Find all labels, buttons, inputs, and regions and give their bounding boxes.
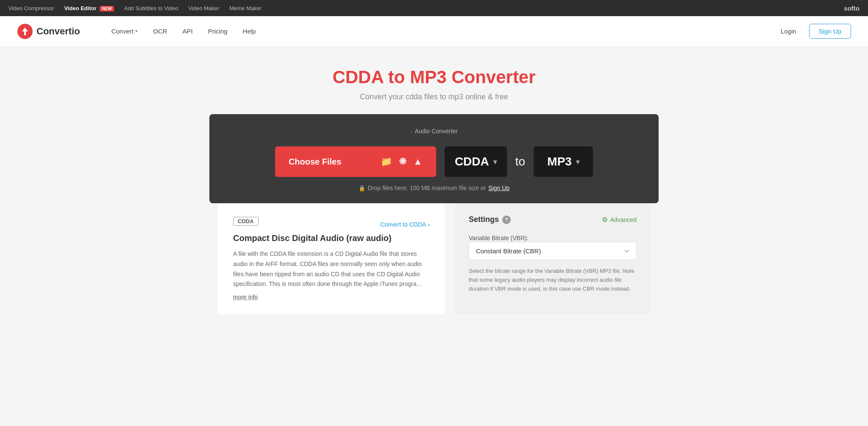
drop-hint: 🔒 Drop files here. 100 MB maximum file s… xyxy=(226,185,642,191)
settings-help-button[interactable]: ? xyxy=(502,216,511,224)
dropbox-icon: ❋ xyxy=(399,156,406,167)
logo-icon xyxy=(17,23,33,39)
header: Convertio Convert ▾ OCR API Pricing Help… xyxy=(0,16,868,47)
vbr-label: Variable Bitrate (VBR): xyxy=(469,235,529,241)
advanced-button[interactable]: ⚙ Advanced xyxy=(602,216,637,224)
convert-to-cdda-link[interactable]: Convert to CDDA › xyxy=(380,221,430,228)
vbr-select[interactable]: Constant Bitrate (CBR)Variable Bitrate (… xyxy=(469,242,637,260)
info-description: A file with the CDDA file extension is a… xyxy=(233,249,430,289)
topbar: Video Compressor Video Editor NEW Add Su… xyxy=(0,0,868,16)
more-info-link[interactable]: more info xyxy=(233,294,258,300)
nav-item-help[interactable]: Help xyxy=(237,24,262,38)
login-button[interactable]: Login xyxy=(775,24,802,38)
settings-hint: Select the bitrate range for the Variabl… xyxy=(469,267,637,293)
choose-files-button[interactable]: Choose Files 📁 ❋ ▲ xyxy=(275,146,436,177)
nav-item-api[interactable]: API xyxy=(177,24,199,38)
converter-box: ‹ Audio Converter Choose Files 📁 ❋ ▲ CDD… xyxy=(209,114,659,203)
topbar-item-video-maker[interactable]: Video Maker xyxy=(188,5,219,11)
signup-button[interactable]: Sign Up xyxy=(809,24,851,39)
signup-link[interactable]: Sign Up xyxy=(488,185,509,191)
chevron-right-icon: › xyxy=(428,221,430,228)
logo[interactable]: Convertio xyxy=(17,23,80,39)
hero-section: CDDA to MP3 Converter Convert your cdda … xyxy=(0,47,868,203)
breadcrumb-chevron-icon: ‹ xyxy=(410,128,412,135)
format-badge: CDDA xyxy=(233,217,259,226)
nav-item-convert[interactable]: Convert ▾ xyxy=(106,24,144,38)
settings-card: Settings ? ⚙ Advanced Variable Bitrate (… xyxy=(455,203,650,314)
settings-title-row: Settings ? xyxy=(469,215,511,224)
info-title: Compact Disc Digital Audio (raw audio) xyxy=(233,233,430,243)
chevron-down-icon: ▾ xyxy=(135,28,138,34)
upload-icons: 📁 ❋ ▲ xyxy=(381,156,423,167)
nav-item-ocr[interactable]: OCR xyxy=(147,24,173,38)
nav-item-pricing[interactable]: Pricing xyxy=(202,24,234,38)
logo-text: Convertio xyxy=(36,26,80,37)
chevron-down-icon: ▾ xyxy=(493,158,497,166)
info-card: CDDA Convert to CDDA › Compact Disc Digi… xyxy=(218,203,445,314)
lock-icon: 🔒 xyxy=(359,185,365,191)
new-badge: NEW xyxy=(100,6,114,11)
topbar-logo: softo xyxy=(844,5,860,12)
topbar-item-video-compressor[interactable]: Video Compressor xyxy=(8,5,54,11)
content-section: CDDA Convert to CDDA › Compact Disc Digi… xyxy=(209,203,659,331)
topbar-item-meme-maker[interactable]: Meme Maker xyxy=(229,5,262,11)
from-format-button[interactable]: CDDA ▾ xyxy=(445,146,507,177)
settings-header: Settings ? ⚙ Advanced xyxy=(469,215,637,224)
page-title: CDDA to MP3 Converter xyxy=(8,67,860,87)
topbar-item-video-editor[interactable]: Video Editor NEW xyxy=(64,5,114,11)
breadcrumb: ‹ Audio Converter xyxy=(226,128,642,135)
main-nav: Convert ▾ OCR API Pricing Help xyxy=(106,24,262,38)
converter-row: Choose Files 📁 ❋ ▲ CDDA ▾ to MP3 ▾ xyxy=(226,146,642,177)
hero-subtitle: Convert your cdda files to mp3 online & … xyxy=(8,92,860,101)
topbar-item-add-subtitles[interactable]: Add Subtitles to Video xyxy=(124,5,178,11)
to-label: to xyxy=(515,155,525,168)
file-browse-icon: 📁 xyxy=(381,156,392,167)
header-actions: Login Sign Up xyxy=(775,24,851,39)
to-format-button[interactable]: MP3 ▾ xyxy=(534,146,593,177)
settings-title: Settings xyxy=(469,215,499,224)
gdrive-icon: ▲ xyxy=(413,156,423,167)
chevron-down-icon: ▾ xyxy=(576,158,579,166)
gear-icon: ⚙ xyxy=(602,216,608,224)
